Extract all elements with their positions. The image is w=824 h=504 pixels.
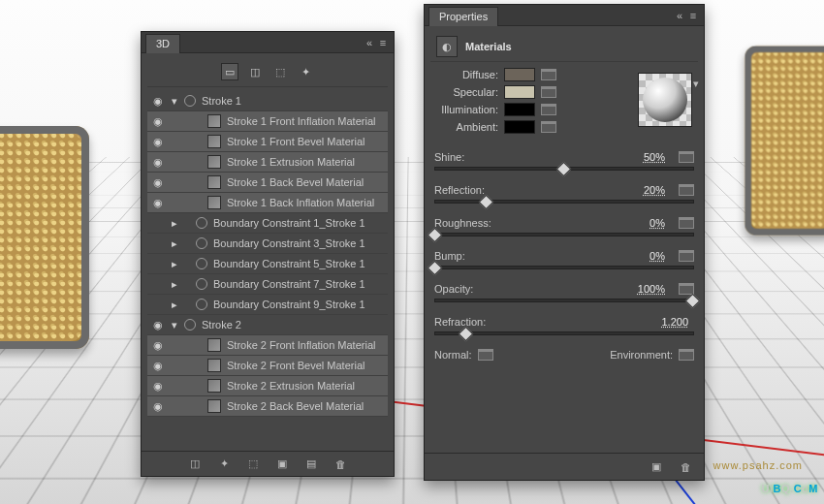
visibility-eye-icon[interactable]: ◉ (149, 115, 167, 128)
slider-track[interactable] (434, 331, 694, 335)
slider-thumb[interactable] (428, 228, 443, 243)
visibility-eye-icon[interactable]: ◉ (149, 136, 167, 148)
slider-track[interactable] (434, 167, 694, 171)
slider-thumb[interactable] (556, 162, 572, 177)
texture-folder-icon[interactable] (679, 250, 694, 262)
watermark-url: www.psahz.com (713, 459, 803, 471)
text-3d-letter (745, 46, 824, 236)
chevron-icon[interactable]: ▾ (169, 95, 180, 108)
slider-thumb[interactable] (428, 261, 443, 276)
tree-row[interactable]: ◉Stroke 1 Front Bevel Material (147, 132, 388, 152)
slider-thumb[interactable] (685, 294, 701, 309)
slider-thumb[interactable] (459, 327, 474, 342)
panel-properties: Properties « ≡ ◐ Materials ▾ Diffuse:Spe… (424, 4, 705, 481)
tree-row[interactable]: ◉▾Stroke 2 (147, 315, 388, 335)
texture-folder-icon[interactable] (679, 184, 694, 196)
preview-dropdown-icon[interactable]: ▾ (693, 78, 704, 89)
delete-icon[interactable]: 🗑 (677, 458, 694, 476)
visibility-eye-icon[interactable]: ◉ (149, 400, 167, 413)
tree-row[interactable]: ◉Stroke 2 Front Inflation Material (147, 335, 388, 356)
tree-item-label: Boundary Constraint 9_Stroke 1 (213, 299, 384, 310)
new-layer-icon[interactable]: ▤ (302, 456, 320, 473)
visibility-eye-icon[interactable]: ◉ (149, 360, 167, 372)
texture-folder-icon[interactable] (541, 86, 556, 98)
tree-row[interactable]: ▸Boundary Constraint 5_Stroke 1 (147, 254, 388, 274)
tree-row[interactable]: ◉Stroke 2 Extrusion Material (147, 376, 388, 396)
slider-track[interactable] (434, 266, 694, 269)
visibility-eye-icon[interactable]: ◉ (149, 339, 167, 352)
collapse-icon[interactable]: « (673, 9, 686, 22)
texture-folder-icon[interactable] (541, 104, 556, 115)
slider-thumb[interactable] (479, 195, 494, 210)
color-swatch[interactable] (504, 103, 535, 116)
filter-materials-icon[interactable]: ⬚ (271, 63, 289, 80)
visibility-eye-icon[interactable]: ◉ (149, 197, 167, 209)
tree-row[interactable]: ▸Boundary Constraint 3_Stroke 1 (147, 234, 388, 254)
texture-folder-icon[interactable] (541, 69, 556, 80)
filter-meshes-icon[interactable]: ◫ (246, 63, 264, 80)
tree-row[interactable]: ◉Stroke 2 Back Bevel Material (147, 396, 388, 417)
chevron-icon[interactable]: ▾ (169, 319, 180, 331)
slider-value[interactable]: 0% (626, 250, 665, 262)
visibility-eye-icon[interactable]: ◉ (149, 156, 167, 169)
color-swatch[interactable] (504, 68, 535, 81)
filter-scene-icon[interactable]: ▭ (221, 63, 238, 80)
visibility-eye-icon[interactable]: ◉ (149, 176, 167, 189)
tab-properties[interactable]: Properties (428, 7, 498, 26)
slider-track[interactable] (434, 233, 694, 236)
tree-row[interactable]: ◉Stroke 2 Front Bevel Material (147, 356, 388, 376)
color-swatch[interactable] (504, 120, 535, 134)
tree-item-label: Stroke 2 Front Inflation Material (227, 339, 384, 351)
tree-row[interactable]: ▸Boundary Constraint 1_Stroke 1 (147, 213, 388, 234)
visibility-eye-icon[interactable]: ◉ (149, 319, 167, 331)
tree-item-label: Stroke 2 Extrusion Material (227, 380, 384, 392)
render-settings-icon[interactable]: ▣ (648, 458, 665, 476)
tree-row[interactable]: ◉Stroke 1 Front Inflation Material (147, 111, 388, 132)
visibility-eye-icon[interactable]: ◉ (149, 380, 167, 393)
delete-icon[interactable]: 🗑 (332, 456, 349, 473)
material-icon (207, 114, 221, 128)
texture-folder-icon[interactable] (541, 121, 556, 133)
material-icon (207, 175, 221, 189)
slider-value[interactable]: 50% (626, 151, 665, 163)
add-light-icon[interactable]: ✦ (215, 456, 233, 473)
material-preview[interactable]: ▾ (638, 73, 692, 127)
chevron-icon[interactable]: ▸ (169, 237, 180, 250)
tree-row[interactable]: ◉▾Stroke 1 (147, 91, 388, 111)
collapse-icon[interactable]: « (363, 36, 376, 49)
chevron-icon[interactable]: ▸ (169, 258, 180, 270)
tree-row[interactable]: ◉Stroke 1 Back Bevel Material (147, 173, 388, 193)
add-mesh-icon[interactable]: ◫ (186, 456, 204, 473)
color-swatch[interactable] (504, 85, 535, 99)
filter-lights-icon[interactable]: ✦ (297, 63, 314, 80)
slider-track[interactable] (434, 200, 694, 204)
render-icon[interactable]: ▣ (273, 456, 291, 473)
tab-3d[interactable]: 3D (145, 34, 180, 53)
tree-row[interactable]: ◉Stroke 1 Back Inflation Material (147, 193, 388, 213)
add-camera-icon[interactable]: ⬚ (244, 456, 262, 473)
slider-value[interactable]: 100% (626, 283, 665, 295)
tree-item-label: Stroke 1 Front Inflation Material (227, 115, 384, 127)
chevron-icon[interactable]: ▸ (169, 278, 180, 291)
slider-value[interactable]: 0% (626, 217, 665, 229)
texture-folder-icon[interactable] (679, 217, 694, 229)
chevron-icon[interactable]: ▸ (169, 217, 180, 230)
slider-value[interactable]: 20% (626, 184, 665, 196)
normal-folder-icon[interactable] (478, 349, 493, 361)
chevron-icon[interactable]: ▸ (169, 299, 180, 311)
materials-icon[interactable]: ◐ (436, 36, 458, 57)
material-icon (207, 155, 221, 169)
slider-label: Opacity: (434, 283, 473, 295)
visibility-eye-icon[interactable]: ◉ (149, 95, 167, 108)
slider-label: Shine: (434, 151, 464, 163)
tree-row[interactable]: ▸Boundary Constraint 9_Stroke 1 (147, 295, 388, 315)
panel-menu-icon[interactable]: ≡ (376, 36, 390, 49)
environment-folder-icon[interactable] (679, 349, 694, 361)
tree-row[interactable]: ▸Boundary Constraint 7_Stroke 1 (147, 274, 388, 295)
tree-row[interactable]: ◉Stroke 1 Extrusion Material (147, 152, 388, 173)
texture-folder-icon[interactable] (679, 151, 694, 163)
slider-value[interactable]: 1.200 (650, 316, 688, 328)
slider-track[interactable] (434, 299, 694, 302)
panel-menu-icon[interactable]: ≡ (686, 9, 700, 22)
swatch-label: Specular: (430, 86, 498, 98)
